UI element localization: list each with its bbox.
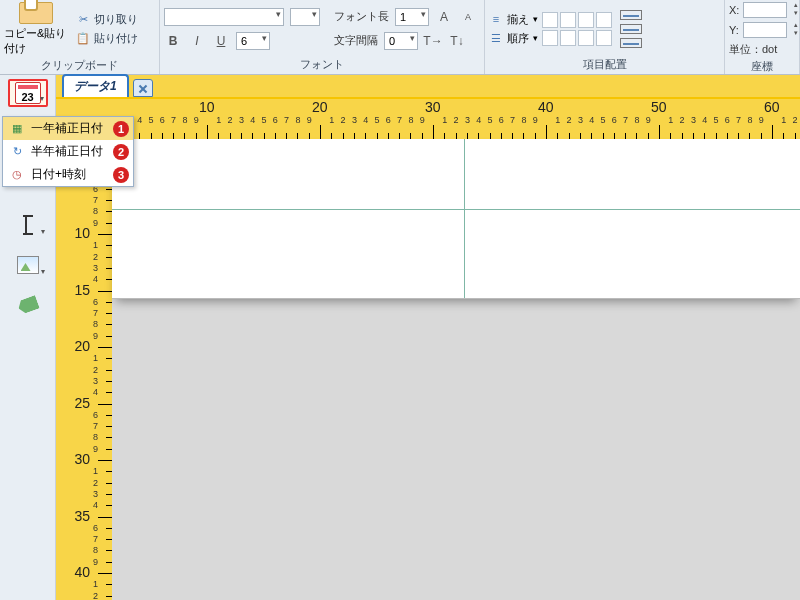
layout-tool[interactable] — [560, 30, 576, 46]
ribbon-group-clipboard: コピー&貼り付け ✂ 切り取り 📋 貼り付け クリップボード — [0, 0, 160, 74]
y-label: Y: — [729, 24, 739, 36]
canvas-area — [112, 139, 800, 600]
insert-image-button[interactable]: ▾ — [8, 251, 48, 279]
orient-v-button[interactable]: T↓ — [448, 32, 466, 50]
font-size-combo2[interactable]: 6 — [236, 32, 270, 50]
chevron-down-icon: ▾ — [40, 94, 44, 103]
layout-tool[interactable] — [542, 30, 558, 46]
annotation-badge: 3 — [113, 167, 129, 183]
line-style-presets — [620, 10, 642, 48]
ribbon-group-coord: X: Y: 単位：dot 座標 — [725, 0, 800, 74]
order-dropdown[interactable]: ☰ 順序▾ — [489, 31, 538, 46]
clock-icon: ◷ — [9, 167, 25, 183]
paste-small-label: 貼り付け — [94, 31, 138, 46]
tab-close-button[interactable] — [133, 79, 153, 97]
chevron-down-icon: ▾ — [41, 267, 45, 276]
vertical-ruler: 5101520253035401234678912346789123467891… — [68, 139, 112, 600]
line-preset[interactable] — [620, 24, 642, 34]
layout-tool[interactable] — [578, 30, 594, 46]
unit-label: 単位：dot — [729, 42, 777, 57]
paste-icon — [19, 2, 53, 24]
x-label: X: — [729, 4, 739, 16]
text-icon — [25, 215, 31, 235]
ribbon: コピー&貼り付け ✂ 切り取り 📋 貼り付け クリップボード — [0, 0, 800, 75]
date-menu-item-datetime[interactable]: ◷ 日付+時刻 3 — [3, 163, 133, 186]
layout-tools-grid — [542, 12, 612, 46]
annotation-badge: 1 — [113, 121, 129, 137]
layout-tool[interactable] — [596, 30, 612, 46]
underline-button[interactable]: U — [212, 32, 230, 50]
font-length-combo[interactable]: 1 — [395, 8, 429, 26]
insert-text-button[interactable]: ▾ — [8, 211, 48, 239]
x-spin[interactable] — [743, 2, 787, 18]
tag-icon — [16, 295, 40, 315]
paste-label: コピー&貼り付け — [4, 26, 68, 56]
date-type-menu: ▦ 一年補正日付 1 ↻ 半年補正日付 2 ◷ 日付+時刻 3 — [2, 116, 134, 187]
calendar-icon: 23 — [15, 82, 41, 104]
ribbon-group-label: フォント — [164, 55, 480, 73]
layout-tool[interactable] — [542, 12, 558, 28]
grow-font-button[interactable]: A — [435, 8, 453, 26]
insert-date-button[interactable]: 23 ▾ — [8, 79, 48, 107]
char-spacing-label: 文字間隔 — [334, 33, 378, 48]
tab-strip: データ1 — [56, 75, 800, 99]
order-icon: ☰ — [489, 31, 503, 45]
ribbon-group-layout: ≡ 揃え▾ ☰ 順序▾ 項目配置 — [485, 0, 725, 74]
cut-label: 切り取り — [94, 12, 138, 27]
shrink-font-button[interactable]: A — [459, 8, 477, 26]
align-dropdown[interactable]: ≡ 揃え▾ — [489, 12, 538, 27]
date-menu-item-halfyear[interactable]: ↻ 半年補正日付 2 — [3, 140, 133, 163]
insert-tag-button[interactable] — [8, 291, 48, 319]
line-preset[interactable] — [620, 10, 642, 20]
guideline-horizontal — [112, 209, 800, 210]
page[interactable] — [112, 139, 800, 299]
layout-tool[interactable] — [596, 12, 612, 28]
paste-small-button[interactable]: 📋 貼り付け — [72, 30, 142, 47]
refresh-icon: ↻ — [9, 144, 25, 160]
annotation-badge: 2 — [113, 144, 129, 160]
scissors-icon: ✂ — [76, 13, 90, 27]
calendar-small-icon: ▦ — [9, 121, 25, 137]
y-spin[interactable] — [743, 22, 787, 38]
image-icon — [17, 256, 39, 274]
font-family-combo[interactable] — [164, 8, 284, 26]
font-length-label: フォント長 — [334, 9, 389, 24]
align-icon: ≡ — [489, 12, 503, 26]
clipboard-icon: 📋 — [76, 32, 90, 46]
date-menu-label: 一年補正日付 — [31, 120, 103, 137]
guideline-vertical — [464, 139, 465, 298]
italic-button[interactable]: I — [188, 32, 206, 50]
char-spacing-combo[interactable]: 0 — [384, 32, 418, 50]
ribbon-group-font: B I U 6 フォント長 1 A A 文字間隔 0 — [160, 0, 485, 74]
font-size-combo[interactable] — [290, 8, 320, 26]
ribbon-group-label: クリップボード — [4, 56, 155, 74]
paste-button[interactable]: コピー&貼り付け — [4, 2, 68, 56]
date-menu-label: 日付+時刻 — [31, 166, 86, 183]
date-menu-label: 半年補正日付 — [31, 143, 103, 160]
horizontal-ruler: 1020304050601234567891234567891234567891… — [112, 99, 800, 139]
layout-tool[interactable] — [578, 12, 594, 28]
ribbon-group-label: 座標 — [729, 57, 795, 75]
layout-tool[interactable] — [560, 12, 576, 28]
line-preset[interactable] — [620, 38, 642, 48]
date-menu-item-1year[interactable]: ▦ 一年補正日付 1 — [3, 117, 133, 140]
bold-button[interactable]: B — [164, 32, 182, 50]
orient-h-button[interactable]: T→ — [424, 32, 442, 50]
cut-button[interactable]: ✂ 切り取り — [72, 11, 142, 28]
document-tab[interactable]: データ1 — [62, 74, 129, 97]
ribbon-group-label: 項目配置 — [489, 55, 720, 73]
chevron-down-icon: ▾ — [41, 227, 45, 236]
